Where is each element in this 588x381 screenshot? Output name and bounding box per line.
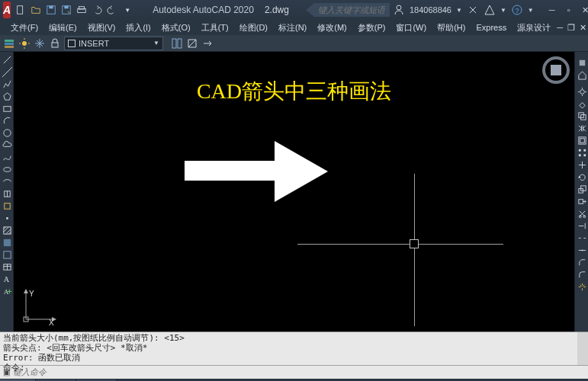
- app-logo[interactable]: A: [3, 2, 11, 18]
- trim-tool[interactable]: [575, 207, 588, 219]
- help-icon[interactable]: ?: [511, 4, 523, 16]
- exchange-icon[interactable]: [467, 4, 479, 16]
- make-block-tool[interactable]: [0, 200, 14, 212]
- doc-restore-button[interactable]: ❐: [567, 23, 575, 33]
- drawing-canvas[interactable]: CAD箭头中三种画法 Y X: [14, 52, 574, 331]
- search-input[interactable]: [313, 3, 390, 17]
- layer-dropdown[interactable]: INSERT ▼: [64, 37, 163, 50]
- maximize-button[interactable]: ▫: [563, 5, 575, 15]
- help-dropdown-icon[interactable]: ▼: [528, 7, 534, 14]
- polygon-tool[interactable]: [0, 90, 14, 102]
- ellipse-tool[interactable]: [0, 163, 14, 175]
- open-icon[interactable]: [29, 3, 43, 17]
- sun-icon[interactable]: [18, 37, 31, 50]
- menu-format[interactable]: 格式(O): [157, 21, 195, 35]
- quick-toolbar: INSERT ▼: [0, 35, 588, 52]
- chamfer-tool[interactable]: [575, 256, 588, 268]
- revision-cloud-tool[interactable]: [0, 139, 14, 151]
- svg-text:A: A: [3, 288, 8, 296]
- scale-tool[interactable]: [575, 183, 588, 195]
- layer-prop-icon[interactable]: [3, 37, 15, 50]
- rectangle-tool[interactable]: [0, 102, 14, 114]
- cmd-line-3: Error: 函数已取消: [3, 353, 585, 363]
- svg-point-7: [397, 5, 401, 10]
- menu-modify[interactable]: 修改(M): [313, 21, 352, 35]
- undo-icon[interactable]: [90, 3, 104, 17]
- offset-tool[interactable]: [575, 134, 588, 146]
- array-tool[interactable]: [575, 146, 588, 158]
- ucs-icon[interactable]: Y X: [20, 287, 58, 325]
- nav-home-icon[interactable]: [575, 69, 588, 81]
- break-tool[interactable]: [575, 232, 588, 244]
- insert-block-tool[interactable]: [0, 187, 14, 200]
- hatch-tool[interactable]: [0, 224, 14, 236]
- menu-yuanquan[interactable]: 源泉设计: [512, 21, 555, 35]
- svg-rect-67: [583, 154, 586, 156]
- minimize-button[interactable]: ─: [546, 5, 558, 15]
- menu-parametric[interactable]: 参数(P): [353, 21, 390, 35]
- point-tool[interactable]: [0, 212, 14, 224]
- svg-rect-23: [172, 39, 176, 48]
- spline-tool[interactable]: [0, 151, 14, 163]
- move-tool[interactable]: [575, 158, 588, 171]
- gradient-tool[interactable]: [0, 236, 14, 248]
- menu-insert[interactable]: 插入(I): [121, 21, 155, 35]
- app-dropdown-icon[interactable]: ▼: [500, 7, 506, 14]
- save-icon[interactable]: [44, 3, 58, 17]
- polyline-tool[interactable]: [0, 78, 14, 90]
- circle-tool[interactable]: [0, 126, 14, 139]
- lock-icon[interactable]: [49, 37, 61, 50]
- freeze-icon[interactable]: [34, 37, 46, 50]
- arc-tool[interactable]: [0, 114, 14, 126]
- qat-dropdown-icon[interactable]: ▼: [120, 3, 134, 17]
- user-id[interactable]: 184068846: [410, 5, 451, 14]
- layer-states-icon[interactable]: [171, 37, 183, 50]
- doc-minimize-button[interactable]: ─: [557, 23, 563, 33]
- menu-express[interactable]: Express: [471, 21, 511, 34]
- svg-rect-63: [580, 138, 584, 142]
- menu-window[interactable]: 窗口(W): [391, 21, 431, 35]
- svg-point-34: [6, 217, 8, 219]
- menu-edit[interactable]: 编辑(E): [44, 21, 82, 35]
- nav-cube-icon[interactable]: [575, 56, 588, 69]
- explode-tool[interactable]: [575, 280, 588, 293]
- layer-match-icon[interactable]: [201, 37, 214, 50]
- plot-icon[interactable]: [75, 3, 88, 17]
- addselected-tool[interactable]: A: [0, 285, 14, 297]
- signin-icon[interactable]: [393, 4, 405, 16]
- mirror-tool[interactable]: [575, 122, 588, 134]
- command-history[interactable]: 当前箭头大小(mm,按图纸比例自动调节): <15> 箭头尖点: <回车改箭头尺…: [0, 331, 588, 365]
- table-tool[interactable]: [0, 261, 14, 273]
- saveas-icon[interactable]: [59, 3, 73, 17]
- layer-iso-icon[interactable]: [186, 37, 198, 50]
- close-button[interactable]: ✕: [580, 5, 588, 15]
- construction-line-tool[interactable]: [0, 66, 14, 78]
- ellipse-arc-tool[interactable]: [0, 175, 14, 187]
- extend-tool[interactable]: [575, 219, 588, 232]
- user-dropdown-icon[interactable]: ▼: [456, 7, 462, 14]
- menu-help[interactable]: 帮助(H): [432, 21, 470, 35]
- menu-file[interactable]: 文件(F): [6, 21, 43, 35]
- region-tool[interactable]: [0, 248, 14, 261]
- line-tool[interactable]: [0, 53, 14, 66]
- menu-dimension[interactable]: 标注(N): [274, 21, 311, 35]
- stretch-tool[interactable]: [575, 195, 588, 207]
- fillet-tool[interactable]: [575, 268, 588, 280]
- gear-icon[interactable]: [575, 85, 588, 98]
- menu-draw[interactable]: 绘图(D): [235, 21, 272, 35]
- autodesk-app-icon[interactable]: [484, 4, 496, 16]
- erase-tool[interactable]: [575, 98, 588, 110]
- mtext-tool[interactable]: A: [0, 273, 14, 285]
- rotate-tool[interactable]: [575, 171, 588, 183]
- copy-tool[interactable]: [575, 110, 588, 122]
- new-icon[interactable]: [14, 3, 27, 17]
- doc-close-button[interactable]: ✕: [580, 23, 586, 33]
- menu-tools[interactable]: 工具(T): [197, 21, 233, 35]
- svg-line-38: [5, 229, 11, 234]
- menu-view[interactable]: 视图(V): [83, 21, 120, 35]
- viewcube[interactable]: [542, 56, 570, 84]
- scrollbar[interactable]: [577, 332, 588, 365]
- redo-icon[interactable]: [105, 3, 119, 17]
- join-tool[interactable]: [575, 244, 588, 256]
- svg-marker-52: [24, 289, 28, 293]
